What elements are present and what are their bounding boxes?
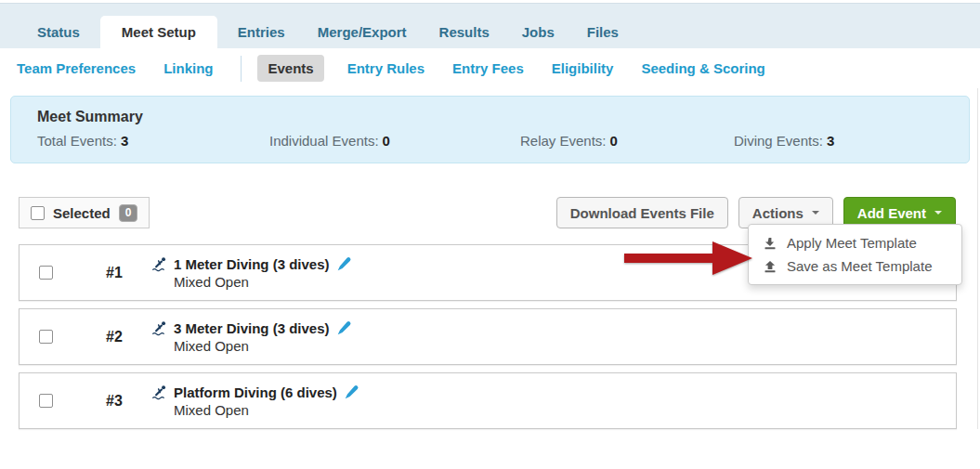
chevron-down-icon — [812, 211, 819, 215]
stat-value: 0 — [610, 133, 618, 149]
edit-pencil-icon[interactable] — [344, 384, 359, 400]
event-subtitle: Mixed Open — [174, 402, 359, 418]
subnav-eligibility[interactable]: Eligibility — [552, 60, 614, 76]
tab-jobs[interactable]: Jobs — [510, 16, 567, 48]
stat-label: Diving Events: — [734, 133, 823, 149]
menu-item-save-as-meet-template[interactable]: Save as Meet Template — [749, 254, 961, 278]
event-title: 1 Meter Diving (3 dives) — [174, 256, 330, 272]
tab-results[interactable]: Results — [427, 16, 502, 48]
meet-setup-subnav: Team Preferences Linking Events Entry Ru… — [0, 48, 980, 88]
download-events-file-label: Download Events File — [570, 205, 714, 221]
subnav-seeding-scoring[interactable]: Seeding & Scoring — [641, 60, 764, 76]
stat-label: Relay Events: — [520, 133, 607, 149]
stat-label: Total Events: — [37, 133, 117, 149]
tab-merge-export[interactable]: Merge/Export — [306, 16, 419, 48]
chevron-down-icon — [934, 211, 942, 215]
subnav-entry-fees[interactable]: Entry Fees — [452, 60, 524, 76]
upload-icon — [764, 260, 777, 273]
event-number: #3 — [106, 393, 148, 410]
stat-relay-events: Relay Events:0 — [520, 133, 734, 149]
diving-icon — [150, 384, 167, 401]
diving-icon — [150, 256, 167, 273]
event-number: #1 — [106, 265, 148, 281]
primary-tab-bar: Status Meet Setup Entries Merge/Export R… — [0, 3, 980, 48]
event-row-checkbox[interactable] — [39, 266, 53, 280]
subnav-team-preferences[interactable]: Team Preferences — [17, 60, 136, 76]
stat-value: 3 — [827, 133, 834, 149]
menu-item-label: Save as Meet Template — [787, 258, 932, 274]
actions-dropdown-menu: Apply Meet Template Save as Meet Templat… — [748, 224, 962, 285]
edit-pencil-icon[interactable] — [336, 320, 352, 336]
download-events-file-button[interactable]: Download Events File — [556, 197, 728, 228]
stat-individual-events: Individual Events:0 — [269, 133, 520, 149]
stat-label: Individual Events: — [269, 133, 379, 149]
subnav-events-active[interactable]: Events — [257, 55, 323, 82]
diving-icon — [150, 320, 167, 337]
stat-value: 0 — [383, 133, 390, 149]
panel-right-border — [977, 88, 978, 429]
subnav-linking[interactable]: Linking — [163, 60, 213, 76]
event-row-checkbox[interactable] — [39, 394, 53, 408]
subnav-entry-rules[interactable]: Entry Rules — [347, 60, 425, 76]
menu-item-apply-meet-template[interactable]: Apply Meet Template — [749, 231, 961, 254]
event-row-2: #2 3 Meter Diving (3 dives) — [19, 308, 957, 365]
selected-count-badge: 0 — [119, 204, 138, 222]
select-all-checkbox[interactable] — [31, 206, 45, 220]
event-subtitle: Mixed Open — [174, 338, 352, 354]
event-title: Platform Diving (6 dives) — [174, 384, 337, 400]
download-icon — [764, 237, 777, 250]
event-number: #2 — [106, 329, 148, 345]
actions-label: Actions — [752, 205, 804, 221]
tab-meet-setup[interactable]: Meet Setup — [100, 16, 217, 48]
selected-label: Selected — [53, 205, 111, 221]
tab-entries[interactable]: Entries — [226, 16, 297, 48]
subnav-divider — [241, 56, 242, 82]
event-row-checkbox[interactable] — [39, 330, 53, 344]
select-all-control[interactable]: Selected 0 — [19, 197, 150, 228]
tab-files[interactable]: Files — [575, 16, 631, 48]
event-title: 3 Meter Diving (3 dives) — [174, 320, 330, 336]
tab-status[interactable]: Status — [25, 16, 92, 48]
annotation-arrow — [622, 240, 754, 280]
stat-diving-events: Diving Events:3 — [734, 133, 834, 149]
add-event-label: Add Event — [857, 205, 926, 221]
menu-item-label: Apply Meet Template — [787, 235, 917, 251]
stat-value: 3 — [121, 133, 128, 149]
events-panel: Meet Summary Total Events:3 Individual E… — [0, 88, 980, 469]
edit-pencil-icon[interactable] — [336, 256, 352, 272]
meet-summary-title: Meet Summary — [37, 109, 943, 125]
stat-total-events: Total Events:3 — [37, 133, 269, 149]
meet-summary-box: Meet Summary Total Events:3 Individual E… — [10, 96, 970, 163]
event-subtitle: Mixed Open — [174, 274, 352, 290]
event-row-3: #3 Platform Diving (6 dives) — [19, 372, 957, 429]
